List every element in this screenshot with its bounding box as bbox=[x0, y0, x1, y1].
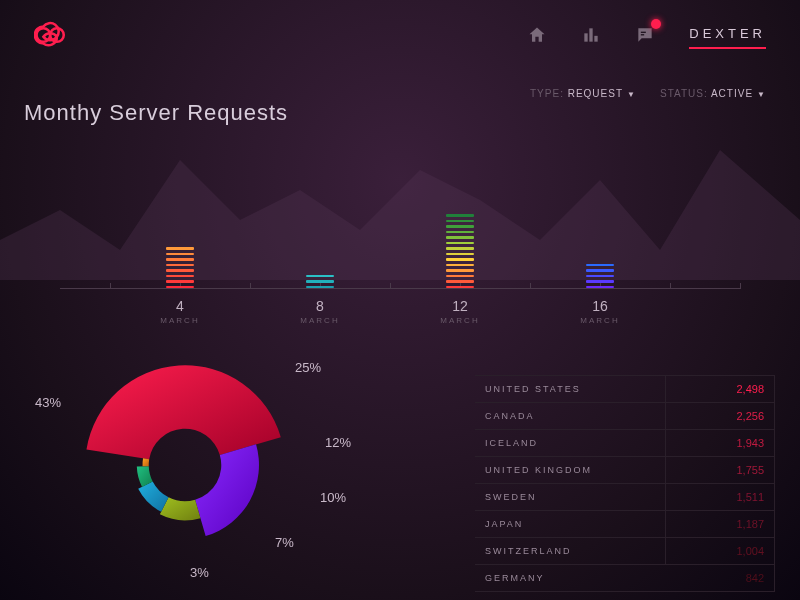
bar-8[interactable] bbox=[306, 275, 334, 289]
country-name: UNITED KINGDOM bbox=[485, 465, 592, 475]
type-filter-value[interactable]: REQUEST▼ bbox=[568, 88, 636, 99]
user-menu[interactable]: DEXTER bbox=[689, 26, 766, 49]
donut-label: 43% bbox=[35, 395, 61, 410]
bar-label: 12MARCH bbox=[440, 298, 479, 325]
table-row[interactable]: UNITED KINGDOM1,755 bbox=[475, 456, 775, 483]
bar-label: 16MARCH bbox=[580, 298, 619, 325]
table-row[interactable]: ICELAND1,943 bbox=[475, 429, 775, 456]
country-value: 1,755 bbox=[736, 464, 764, 476]
chart-icon[interactable] bbox=[581, 25, 601, 49]
donut-slice[interactable] bbox=[143, 458, 150, 466]
caret-down-icon: ▼ bbox=[757, 90, 766, 99]
country-value: 1,943 bbox=[736, 437, 764, 449]
nav: DEXTER bbox=[527, 25, 766, 49]
status-filter-label: STATUS: bbox=[660, 88, 708, 99]
svg-rect-6 bbox=[641, 34, 644, 35]
bar-12[interactable] bbox=[446, 214, 474, 288]
home-icon[interactable] bbox=[527, 25, 547, 49]
table-row[interactable]: UNITED STATES2,498 bbox=[475, 375, 775, 402]
country-value: 842 bbox=[746, 572, 764, 584]
donut-label: 25% bbox=[295, 360, 321, 375]
country-name: CANADA bbox=[485, 411, 535, 421]
country-value: 2,498 bbox=[736, 383, 764, 395]
svg-rect-4 bbox=[595, 36, 598, 42]
country-name: GERMANY bbox=[485, 573, 545, 583]
country-value: 1,004 bbox=[736, 545, 764, 557]
table-row[interactable]: CANADA2,256 bbox=[475, 402, 775, 429]
country-value: 2,256 bbox=[736, 410, 764, 422]
x-axis bbox=[60, 288, 740, 289]
country-value: 1,511 bbox=[736, 491, 764, 503]
status-filter[interactable]: STATUS: ACTIVE▼ bbox=[660, 88, 766, 99]
donut-slice[interactable] bbox=[195, 444, 259, 536]
donut-label: 7% bbox=[275, 535, 294, 550]
bar-label: 4MARCH bbox=[160, 298, 199, 325]
table-row[interactable]: GERMANY842 bbox=[475, 564, 775, 592]
type-filter-label: TYPE: bbox=[530, 88, 564, 99]
country-name: ICELAND bbox=[485, 438, 538, 448]
notification-badge bbox=[651, 19, 661, 29]
bar-chart: 4MARCH8MARCH12MARCH16MARCH bbox=[60, 195, 740, 325]
country-name: SWEDEN bbox=[485, 492, 537, 502]
table-row[interactable]: SWITZERLAND1,004 bbox=[475, 537, 775, 564]
donut-label: 12% bbox=[325, 435, 351, 450]
country-name: JAPAN bbox=[485, 519, 523, 529]
table-row[interactable]: SWEDEN1,511 bbox=[475, 483, 775, 510]
caret-down-icon: ▼ bbox=[627, 90, 636, 99]
status-filter-value[interactable]: ACTIVE▼ bbox=[711, 88, 766, 99]
bar-16[interactable] bbox=[586, 264, 614, 289]
filters: TYPE: REQUEST▼ STATUS: ACTIVE▼ bbox=[530, 88, 766, 99]
svg-rect-3 bbox=[590, 28, 593, 41]
svg-rect-2 bbox=[585, 33, 588, 41]
logo[interactable] bbox=[34, 18, 68, 56]
donut-slice[interactable] bbox=[86, 365, 280, 459]
svg-rect-5 bbox=[641, 32, 646, 33]
country-name: SWITZERLAND bbox=[485, 546, 572, 556]
bar-4[interactable] bbox=[166, 247, 194, 288]
country-name: UNITED STATES bbox=[485, 384, 581, 394]
country-table: UNITED STATES2,498CANADA2,256ICELAND1,94… bbox=[475, 375, 775, 592]
donut-label: 3% bbox=[190, 565, 209, 580]
bar-label: 8MARCH bbox=[300, 298, 339, 325]
header: DEXTER bbox=[0, 0, 800, 66]
donut-label: 10% bbox=[320, 490, 346, 505]
chat-icon[interactable] bbox=[635, 25, 655, 49]
table-row[interactable]: JAPAN1,187 bbox=[475, 510, 775, 537]
type-filter[interactable]: TYPE: REQUEST▼ bbox=[530, 88, 636, 99]
donut-chart: 43%25%12%10%7%3% bbox=[50, 360, 410, 590]
country-value: 1,187 bbox=[736, 518, 764, 530]
